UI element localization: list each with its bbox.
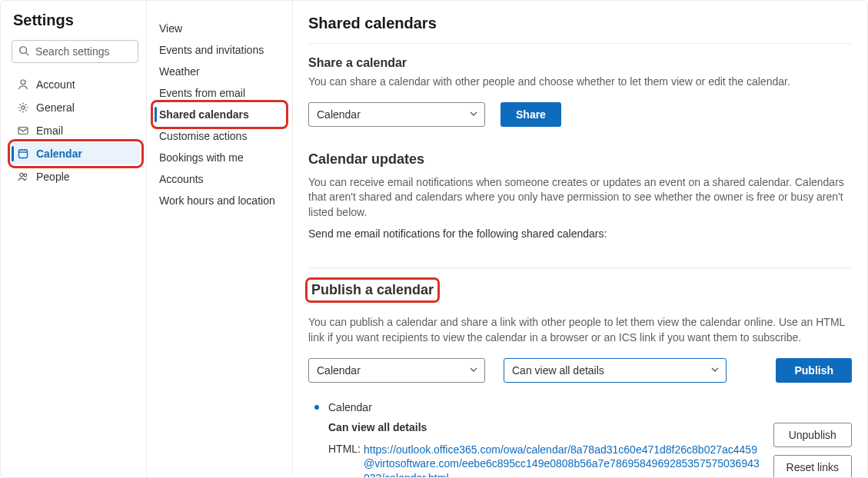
settings-heading: Settings — [13, 12, 140, 29]
subnav-view[interactable]: View — [155, 18, 284, 39]
subnav-label: Events and invitations — [159, 44, 264, 56]
content-pane: Shared calendars Share a calendar You ca… — [293, 1, 867, 477]
share-calendar-dropdown[interactable]: Calendar — [308, 102, 485, 127]
subnav-events-from-email[interactable]: Events from email — [155, 82, 284, 104]
subnav-label: Work hours and location — [159, 194, 275, 207]
html-link-url[interactable]: https://outlook.office365.com/owa/calend… — [364, 443, 763, 477]
nav-people[interactable]: People — [12, 166, 140, 188]
svg-line-1 — [26, 52, 29, 55]
chevron-down-icon — [710, 364, 720, 377]
svg-point-0 — [20, 46, 27, 53]
share-description: You can share a calendar with other peop… — [308, 75, 852, 90]
dropdown-value: Calendar — [317, 364, 361, 377]
subnav-weather[interactable]: Weather — [155, 61, 284, 82]
subnav-label: Customise actions — [159, 130, 247, 142]
settings-sub-nav: View Events and invitations Weather Even… — [147, 1, 293, 477]
publish-calendar-dropdown[interactable]: Calendar — [308, 358, 485, 383]
people-icon — [16, 171, 30, 183]
html-link-label: HTML: — [328, 443, 364, 455]
svg-rect-5 — [19, 150, 28, 158]
nav-email[interactable]: Email — [12, 120, 140, 141]
dropdown-value: Calendar — [317, 108, 361, 121]
page-title: Shared calendars — [308, 15, 852, 32]
dropdown-value: Can view all details — [512, 364, 604, 377]
updates-heading: Calendar updates — [308, 151, 852, 168]
search-input[interactable] — [34, 45, 131, 58]
share-button[interactable]: Share — [501, 102, 561, 127]
subnav-label: View — [159, 22, 182, 35]
svg-point-10 — [24, 174, 27, 177]
share-section: Share a calendar You can share a calenda… — [308, 56, 852, 127]
bullet-icon — [314, 405, 319, 410]
updates-body: Send me email notifications for the foll… — [308, 227, 852, 240]
chevron-down-icon — [469, 108, 478, 121]
subnav-label: Bookings with me — [159, 151, 244, 164]
published-calendar-item: Calendar Can view all details HTML: http… — [308, 401, 852, 477]
subnav-bookings-with-me[interactable]: Bookings with me — [155, 147, 284, 168]
subnav-label: Weather — [159, 65, 200, 78]
svg-point-3 — [22, 106, 25, 109]
svg-point-2 — [21, 80, 25, 85]
subnav-accounts[interactable]: Accounts — [155, 168, 284, 190]
updates-description: You can receive email notifications when… — [308, 175, 852, 221]
nav-label: General — [36, 101, 75, 114]
svg-point-9 — [20, 173, 23, 176]
person-icon — [16, 78, 30, 91]
publish-description: You can publish a calendar and share a l… — [308, 315, 852, 345]
subnav-label: Accounts — [159, 173, 204, 185]
publish-heading: Publish a calendar — [308, 280, 437, 300]
nav-label: Email — [36, 124, 63, 137]
subnav-customise-actions[interactable]: Customise actions — [155, 125, 284, 147]
nav-general[interactable]: General — [12, 97, 140, 118]
reset-links-button[interactable]: Reset links — [773, 455, 852, 477]
subnav-label: Events from email — [159, 87, 245, 99]
gear-icon — [16, 101, 30, 114]
divider — [308, 267, 852, 268]
updates-section: Calendar updates You can receive email n… — [308, 151, 852, 241]
chevron-down-icon — [469, 364, 478, 377]
publish-section: Publish a calendar You can publish a cal… — [308, 280, 852, 477]
search-icon — [18, 45, 34, 58]
nav-label: Account — [36, 78, 75, 91]
nav-label: People — [36, 171, 70, 183]
nav-label: Calendar — [36, 148, 82, 160]
search-input-wrapper[interactable] — [12, 40, 138, 63]
published-permission: Can view all details — [328, 421, 763, 433]
publish-button[interactable]: Publish — [776, 358, 852, 383]
nav-account[interactable]: Account — [12, 74, 140, 95]
subnav-events-invitations[interactable]: Events and invitations — [155, 39, 284, 61]
published-name: Calendar — [328, 401, 372, 413]
nav-calendar[interactable]: Calendar — [12, 143, 140, 164]
unpublish-button[interactable]: Unpublish — [773, 423, 852, 447]
subnav-label: Shared calendars — [159, 108, 249, 121]
svg-rect-4 — [18, 128, 28, 134]
subnav-work-hours[interactable]: Work hours and location — [155, 190, 284, 211]
share-heading: Share a calendar — [308, 56, 852, 70]
subnav-shared-calendars[interactable]: Shared calendars — [155, 104, 284, 125]
publish-permission-dropdown[interactable]: Can view all details — [504, 358, 727, 383]
divider — [308, 43, 852, 44]
mail-icon — [16, 124, 30, 137]
settings-left-nav: Settings Account General — [1, 1, 147, 477]
calendar-icon — [16, 148, 30, 160]
